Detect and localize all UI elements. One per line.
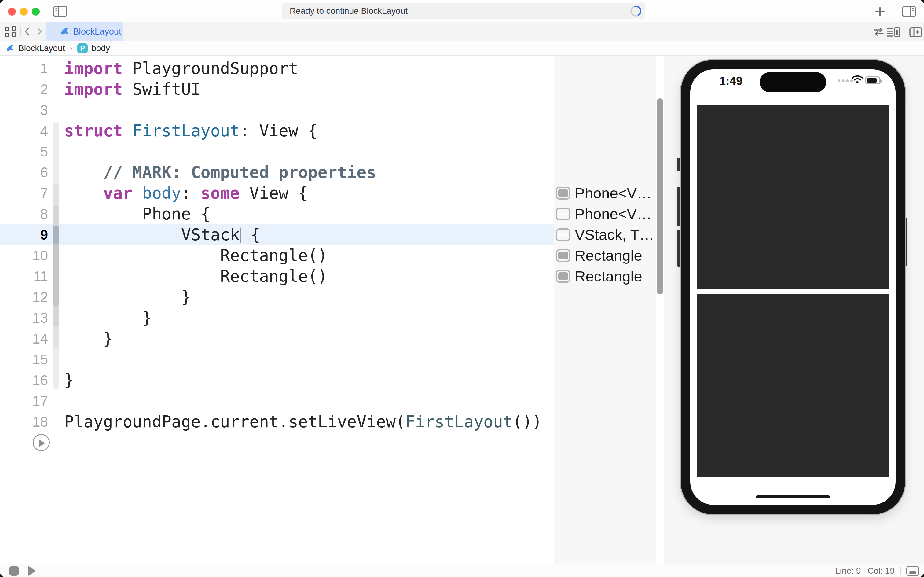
code-text: var body: some View { [64,183,308,203]
toggle-console-icon[interactable] [906,566,919,576]
result-label: Rectangle [575,247,642,264]
result-block-dots-icon [556,228,570,241]
code-line[interactable]: 17 [0,390,554,411]
code-line[interactable]: 4struct FirstLayout: View { [0,121,554,141]
column-indicator: Col: 19 [868,566,895,576]
line-number: 1 [0,58,48,79]
progress-spinner-icon [629,4,642,18]
code-line[interactable]: 1import PlaygroundSupport [0,58,554,79]
home-indicator [756,495,830,498]
code-line[interactable]: 16} [0,370,554,390]
close-window-button[interactable] [8,8,16,16]
line-number: 17 [0,390,48,411]
tab-blocklayout[interactable]: BlockLayout [46,22,123,41]
code-text: // MARK: Computed properties [64,162,376,183]
code-line[interactable]: 2import SwiftUI [0,79,554,100]
activity-status-pill: Ready to continue BlockLayout [282,3,646,19]
line-number: 13 [0,308,48,328]
result-block-dots-icon [556,208,570,220]
toggle-right-panel-icon[interactable] [902,6,916,17]
breadcrumb-symbol[interactable]: body [91,44,110,53]
code-text: import SwiftUI [64,79,201,100]
editor-scrollbar[interactable] [657,98,663,294]
line-number: 9 [0,224,48,245]
result-block-icon [556,249,570,262]
code-line[interactable]: 9 VStack { [0,224,554,245]
editor-layout-icon[interactable] [887,27,900,39]
code-line[interactable]: 8 Phone { [0,203,554,224]
code-line[interactable]: 11 Rectangle() [0,266,554,287]
new-playground-button[interactable] [874,6,885,17]
code-text: struct FirstLayout: View { [64,121,318,141]
code-text: PlaygroundPage.current.setLiveView(First… [64,411,542,432]
swap-editors-icon[interactable] [872,27,885,38]
battery-icon [865,76,880,84]
code-text: } [64,308,152,328]
line-number: 18 [0,411,48,432]
iphone-frame: 1:49 [681,60,905,514]
toggle-sidebar-icon[interactable] [53,6,67,17]
rectangle-view-bottom [697,294,889,477]
code-line[interactable]: 3 [0,100,554,121]
result-label: VStack, T… [575,226,655,243]
cursor-position: Line: 9 Col: 19 [835,566,895,576]
code-text: VStack { [64,224,260,245]
result-item[interactable]: Phone<V… [554,203,656,224]
show-all-playgrounds-icon[interactable] [5,26,16,37]
zoom-window-button[interactable] [32,8,40,16]
divider [20,27,21,36]
line-number: 2 [0,79,48,100]
result-item[interactable]: Phone<V… [554,183,656,203]
title-bar: Ready to continue BlockLayout [0,0,924,22]
dynamic-island [760,72,826,92]
result-item[interactable]: Rectangle [554,245,656,266]
code-line[interactable]: 6 // MARK: Computed properties [0,162,554,183]
code-editor[interactable]: 1import PlaygroundSupport2import SwiftUI… [0,56,554,564]
code-text: } [64,287,191,308]
result-block-icon [556,270,570,283]
code-line[interactable]: 12 } [0,287,554,308]
add-editor-icon[interactable] [910,27,922,39]
line-number: 4 [0,121,48,141]
code-line[interactable]: 10 Rectangle() [0,245,554,266]
minimize-window-button[interactable] [20,8,28,16]
breadcrumb-separator: › [70,44,73,53]
navigate-forward-icon[interactable] [35,27,43,35]
result-block-icon [556,187,570,200]
breadcrumb-file[interactable]: BlockLayout [18,44,65,53]
results-sidebar: Phone<V…Phone<V…VStack, T…RectangleRecta… [554,56,656,564]
tab-strip: BlockLayout [0,22,924,41]
navigate-back-icon[interactable] [23,27,31,35]
result-label: Phone<V… [575,185,652,202]
code-text: import PlaygroundSupport [64,58,298,79]
line-number: 10 [0,245,48,266]
code-line[interactable]: 18PlaygroundPage.current.setLiveView(Fir… [0,411,554,432]
line-number: 7 [0,183,48,203]
status-bar-time: 1:49 [714,74,748,88]
code-line[interactable]: 7 var body: some View { [0,183,554,203]
code-line[interactable]: 14 } [0,328,554,349]
result-label: Phone<V… [575,205,652,222]
code-line[interactable]: 5 [0,141,554,162]
line-indicator: Line: 9 [835,566,861,576]
code-line[interactable]: 13 } [0,308,554,328]
run-line-button[interactable] [33,434,50,451]
result-label: Rectangle [575,268,642,285]
rectangle-view-top [697,105,889,289]
main-content: 1import PlaygroundSupport2import SwiftUI… [0,56,924,564]
property-badge: P [77,43,88,53]
line-number: 12 [0,287,48,308]
result-item[interactable]: VStack, T… [554,224,656,245]
wifi-icon [852,75,863,85]
code-line[interactable]: 15 [0,349,554,370]
line-number: 6 [0,162,48,183]
status-text: Ready to continue BlockLayout [290,3,407,19]
tab-label: BlockLayout [73,27,121,37]
line-number: 16 [0,370,48,390]
run-button[interactable] [27,566,37,577]
code-text: Phone { [64,203,211,224]
playgrounds-window: Ready to continue BlockLayout BlockLayou… [0,0,924,577]
stop-button[interactable] [9,566,19,576]
result-item[interactable]: Rectangle [554,266,656,287]
line-number: 15 [0,349,48,370]
